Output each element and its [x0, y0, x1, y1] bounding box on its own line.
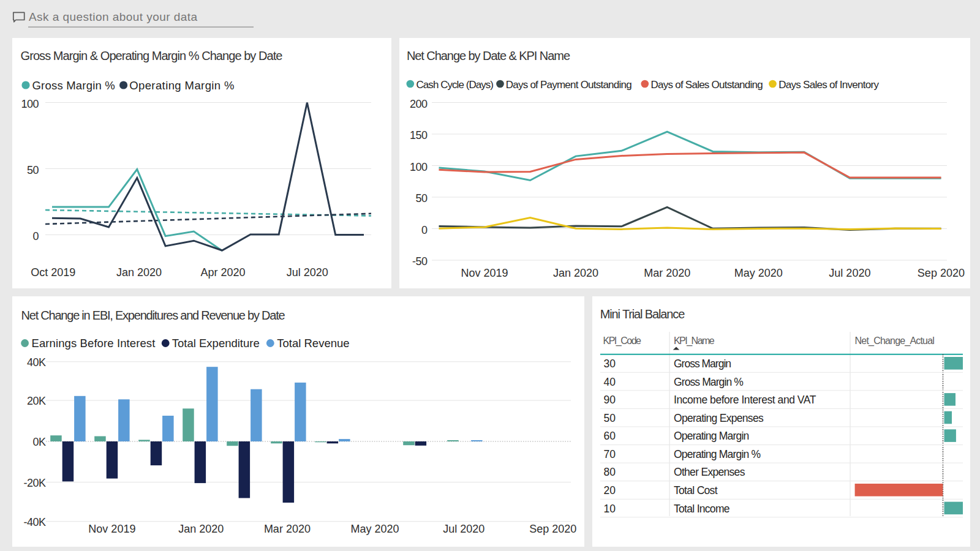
svg-text:Operating Margin %: Operating Margin % — [129, 79, 235, 92]
svg-text:Days Sales of Inventory: Days Sales of Inventory — [778, 79, 879, 91]
svg-text:Gross Margin: Gross Margin — [674, 358, 731, 370]
svg-text:KPI_Name: KPI_Name — [674, 335, 715, 347]
svg-text:Mar 2020: Mar 2020 — [264, 523, 311, 535]
svg-text:Jan 2020: Jan 2020 — [116, 266, 162, 279]
svg-text:0K: 0K — [32, 436, 46, 448]
svg-text:-40K: -40K — [23, 516, 46, 528]
svg-text:Total Cost: Total Cost — [674, 484, 718, 497]
svg-text:Earnings Before Interest: Earnings Before Interest — [32, 337, 156, 350]
svg-text:Total Income: Total Income — [674, 503, 729, 515]
svg-text:0: 0 — [32, 230, 39, 242]
svg-text:60: 60 — [604, 430, 616, 442]
svg-text:Net_Change_Actual: Net_Change_Actual — [855, 335, 935, 347]
svg-text:Apr 2020: Apr 2020 — [200, 266, 245, 279]
svg-text:Nov 2019: Nov 2019 — [461, 267, 508, 279]
svg-text:10: 10 — [604, 503, 616, 515]
svg-text:100: 100 — [21, 98, 39, 110]
svg-text:50: 50 — [415, 192, 428, 204]
svg-text:Jul 2020: Jul 2020 — [829, 267, 870, 279]
svg-text:Cash Cycle (Days): Cash Cycle (Days) — [417, 79, 494, 91]
svg-text:Operating Margin %: Operating Margin % — [674, 448, 760, 460]
svg-text:Mini Trial Balance: Mini Trial Balance — [600, 307, 685, 321]
svg-text:Net Change by Date & KPI Name: Net Change by Date & KPI Name — [407, 49, 570, 62]
svg-text:50: 50 — [604, 412, 616, 424]
svg-text:Ask a question about your data: Ask a question about your data — [29, 10, 197, 23]
svg-text:-20K: -20K — [23, 477, 46, 489]
svg-text:Days of Sales Outstanding: Days of Sales Outstanding — [651, 79, 763, 91]
svg-text:0: 0 — [421, 224, 428, 236]
svg-text:Gross Margin %: Gross Margin % — [674, 376, 743, 388]
svg-text:Mar 2020: Mar 2020 — [644, 267, 690, 279]
svg-text:Gross Margin & Operating Margi: Gross Margin & Operating Margin % Change… — [21, 49, 283, 62]
svg-text:Net Change in EBI, Expenditure: Net Change in EBI, Expenditures and Reve… — [21, 309, 285, 322]
svg-text:200: 200 — [410, 98, 428, 110]
svg-text:150: 150 — [410, 129, 428, 141]
svg-text:20: 20 — [604, 484, 616, 497]
svg-text:Income before Interest and VAT: Income before Interest and VAT — [674, 394, 816, 406]
svg-text:Jan 2020: Jan 2020 — [178, 523, 224, 535]
svg-text:70: 70 — [604, 448, 616, 460]
svg-text:Jul 2020: Jul 2020 — [287, 266, 328, 279]
svg-text:Other Expenses: Other Expenses — [674, 466, 745, 478]
svg-text:40K: 40K — [27, 356, 46, 369]
svg-text:Nov 2019: Nov 2019 — [88, 523, 135, 535]
svg-text:-50: -50 — [412, 255, 428, 268]
svg-text:Gross Margin %: Gross Margin % — [32, 79, 115, 92]
svg-text:50: 50 — [27, 164, 39, 176]
svg-text:Sep 2020: Sep 2020 — [529, 523, 576, 535]
svg-text:100: 100 — [410, 161, 428, 173]
svg-text:Total Expenditure: Total Expenditure — [172, 337, 260, 350]
svg-text:40: 40 — [604, 376, 616, 388]
svg-text:Days of Payment Outstanding: Days of Payment Outstanding — [506, 79, 631, 91]
svg-text:Total Revenue: Total Revenue — [277, 337, 349, 350]
svg-text:80: 80 — [604, 466, 616, 478]
svg-text:May 2020: May 2020 — [350, 523, 399, 535]
svg-text:KPI_Code: KPI_Code — [603, 335, 642, 347]
svg-text:Jan 2020: Jan 2020 — [553, 267, 598, 279]
svg-text:Operating Margin: Operating Margin — [674, 430, 748, 442]
svg-text:Jul 2020: Jul 2020 — [443, 523, 484, 535]
svg-text:Oct 2019: Oct 2019 — [31, 266, 75, 279]
svg-text:May 2020: May 2020 — [734, 267, 783, 279]
svg-text:20K: 20K — [27, 395, 46, 407]
svg-text:30: 30 — [604, 358, 616, 370]
svg-text:Operating Expenses: Operating Expenses — [674, 412, 764, 424]
svg-text:90: 90 — [604, 394, 616, 406]
svg-text:Sep 2020: Sep 2020 — [918, 267, 965, 279]
